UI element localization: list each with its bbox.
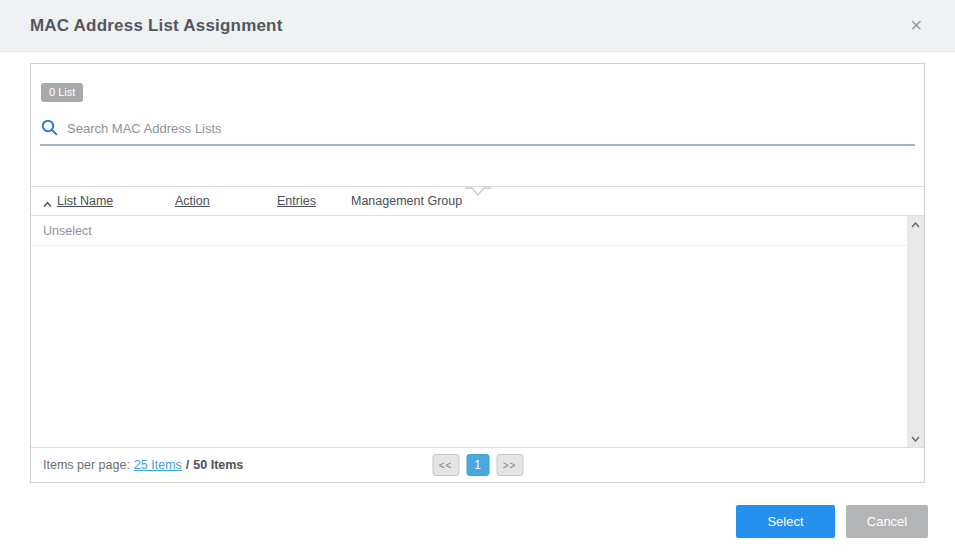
column-label: Management Group	[351, 194, 462, 208]
sort-ascending-icon	[43, 197, 52, 204]
list-selection-panel: 0 List	[30, 63, 925, 483]
list-table: List Name Action Entries Management Grou…	[31, 186, 924, 447]
table-row-unselect[interactable]: Unselect	[31, 216, 907, 246]
column-header-list-name[interactable]: List Name	[43, 194, 175, 208]
mac-address-list-assignment-dialog: MAC Address List Assignment ✕ 0 List	[0, 0, 955, 556]
row-label: Unselect	[43, 224, 92, 238]
current-page-button[interactable]: 1	[466, 454, 489, 476]
cancel-button[interactable]: Cancel	[846, 505, 928, 538]
search-icon	[41, 119, 58, 136]
vertical-scrollbar[interactable]	[907, 216, 924, 447]
scroll-up-icon[interactable]	[907, 216, 924, 233]
table-header-row: List Name Action Entries Management Grou…	[31, 186, 924, 216]
selected-count-badge: 0 List	[41, 83, 83, 102]
close-icon[interactable]: ✕	[906, 14, 927, 38]
column-label: Entries	[277, 194, 316, 208]
next-page-button[interactable]: >>	[496, 454, 523, 476]
scroll-down-icon[interactable]	[907, 430, 924, 447]
separator: /	[186, 458, 189, 472]
column-header-action[interactable]: Action	[175, 194, 277, 208]
items-per-page-group: Items per page: 25 Items / 50 Items	[43, 458, 243, 472]
pager: << 1 >>	[432, 454, 523, 476]
table-body: Unselect	[31, 216, 907, 447]
previous-page-button[interactable]: <<	[432, 454, 459, 476]
column-label: List Name	[57, 194, 113, 208]
search-input[interactable]	[67, 121, 915, 136]
column-header-entries[interactable]: Entries	[277, 194, 351, 208]
column-label: Action	[175, 194, 210, 208]
dialog-header: MAC Address List Assignment ✕	[0, 0, 955, 52]
collapse-chevron-down-icon[interactable]	[465, 186, 491, 196]
page-size-link[interactable]: 25 Items	[134, 458, 182, 472]
items-per-page-label: Items per page:	[43, 458, 130, 472]
badge-row: 0 List	[31, 64, 924, 102]
total-items-label: 50 Items	[193, 458, 243, 472]
dialog-title: MAC Address List Assignment	[30, 16, 283, 36]
column-header-management-group: Management Group	[351, 194, 924, 208]
dialog-footer: Select Cancel	[736, 505, 928, 538]
search-bar	[40, 112, 915, 146]
pagination-bar: Items per page: 25 Items / 50 Items << 1…	[31, 447, 924, 482]
select-button[interactable]: Select	[736, 505, 835, 538]
